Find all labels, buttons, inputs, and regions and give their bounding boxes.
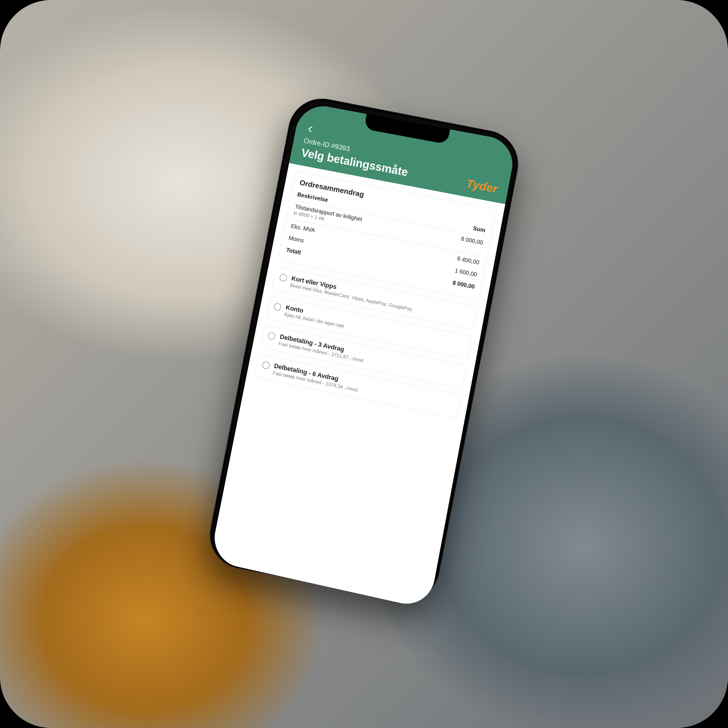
item-amount: 8 000,00: [460, 236, 484, 246]
phone-screen: Ordre-ID #9393 Velg betalingssmåte Tyder…: [210, 102, 517, 609]
total-value: 8 000,00: [452, 279, 475, 290]
total-label: Totalt: [286, 246, 302, 256]
vat-label: Moms: [288, 235, 304, 244]
vat-value: 1 600,00: [454, 267, 478, 278]
content-area: Ordresammendrag Beskrivelse Sum Tilstand…: [210, 163, 505, 609]
lifestyle-background: Ordre-ID #9393 Velg betalingssmåte Tyder…: [0, 0, 728, 728]
phone-device-frame: Ordre-ID #9393 Velg betalingssmåte Tyder…: [204, 93, 524, 606]
col-sum: Sum: [473, 225, 486, 234]
exvat-label: Eks. MVA: [291, 223, 315, 234]
radio-icon: [279, 273, 288, 282]
radio-icon: [273, 303, 282, 311]
arrow-left-icon: [306, 124, 315, 135]
back-button[interactable]: [303, 122, 318, 137]
exvat-value: 6 400,00: [457, 255, 480, 266]
radio-icon: [262, 361, 270, 370]
radio-icon: [267, 332, 276, 340]
